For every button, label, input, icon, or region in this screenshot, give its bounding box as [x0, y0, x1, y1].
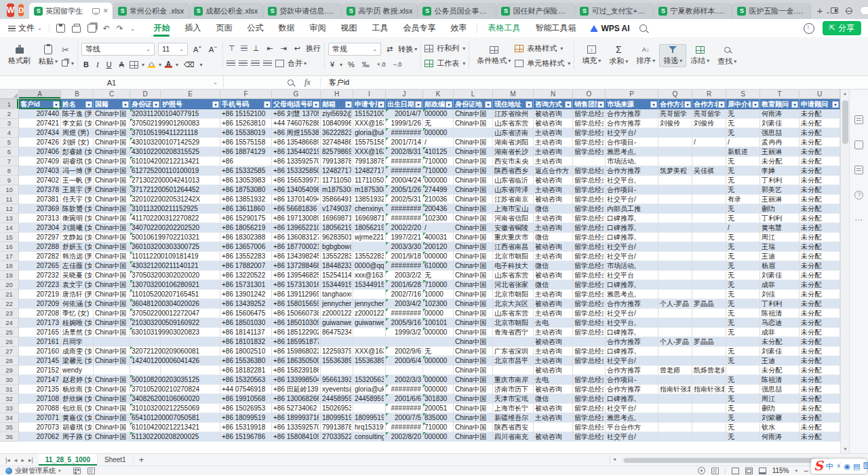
cell-G7[interactable]: +86 1335925706 [272, 157, 321, 166]
prev-sheet-icon[interactable]: ◂ [14, 457, 18, 463]
cell-G2[interactable]: +86 刘慧 137052 [272, 109, 321, 119]
cell-Q31[interactable]: 指南针张老 [658, 385, 692, 394]
header-cell-H1[interactable]: 邮箱▼ [321, 99, 353, 109]
cell-T11[interactable]: 王丽淋 [760, 195, 800, 204]
cell-P15[interactable]: 口碑推荐, [606, 233, 658, 242]
scroll-down-icon[interactable]: ▼ [843, 445, 848, 453]
column-header-I[interactable]: I [353, 90, 386, 99]
cell-style-button[interactable]: 单元格样式▾ [515, 58, 570, 69]
column-header-H[interactable]: H [321, 90, 353, 99]
cell-C7[interactable]: China中国 [94, 157, 130, 166]
cell-U24[interactable]: 未分配 [800, 318, 840, 328]
cell-C28[interactable]: China中国 [94, 356, 130, 366]
sheet-grid[interactable]: ABCDEFGHIJKLMNOPQRSTU1客户id▼姓名▼国籍▼身份证号▼护照… [0, 90, 840, 453]
cell-O19[interactable]: 留学总经办 [573, 271, 606, 280]
cell-S23[interactable]: 无 [726, 309, 760, 318]
horizontal-scroll-thumb[interactable] [624, 458, 816, 463]
cell-R33[interactable] [692, 404, 726, 413]
cell-M17[interactable]: 北京市朝阳 [493, 252, 534, 261]
menu-item[interactable]: 插入 [177, 19, 208, 37]
cell-H24[interactable]: guiwanwei [321, 318, 353, 328]
cell-O15[interactable]: 留学总经办 [573, 233, 606, 242]
wps-logo-icon[interactable]: W [7, 3, 14, 17]
filter-dropdown-icon[interactable]: ▼ [597, 101, 604, 108]
cell-U19[interactable]: 未分配 [800, 271, 840, 280]
cell-T14[interactable]: 黄韦慧 [760, 223, 800, 233]
cell-D8[interactable]: 612725200110100019 [130, 166, 161, 176]
menu-item[interactable]: 数据 [271, 19, 302, 37]
cell-S21[interactable]: 无 [726, 290, 760, 299]
cell-L23[interactable]: China中国 [454, 309, 493, 318]
cell-L30[interactable]: China中国 [454, 375, 493, 385]
cell-A2[interactable]: 207440 [19, 109, 61, 119]
cell-I36[interactable]: consulting [353, 432, 386, 442]
filter-dropdown-icon[interactable]: ▼ [446, 101, 452, 108]
cell-H18[interactable]: 1844823320 [321, 261, 353, 271]
cell-B24[interactable]: 桂婉唯 (女 [61, 318, 94, 328]
row-header-36[interactable]: 36 [0, 432, 19, 442]
cell-R36[interactable] [692, 432, 726, 442]
cell-A12[interactable]: 207369 [19, 204, 61, 214]
cell-D4[interactable]: 370105199411221118 [130, 128, 161, 138]
cell-L5[interactable]: China中国 [454, 138, 493, 147]
cell-U28[interactable]: 未分配 [800, 356, 840, 366]
cell-R4[interactable] [692, 128, 726, 138]
cell-U16[interactable]: 未分配 [800, 242, 840, 252]
borders-button[interactable] [130, 61, 138, 69]
cell-F28[interactable]: +86 15536380 [220, 356, 272, 366]
cell-B19[interactable]: 吴晓蔓 (女 [61, 271, 94, 280]
cell-I24[interactable]: guiwanwei [353, 318, 386, 328]
cell-T28[interactable]: 王迪 [760, 356, 800, 366]
header-cell-P1[interactable]: 市场来源▼ [606, 99, 658, 109]
column-header-B[interactable]: B [61, 90, 94, 99]
zoom-formula-icon[interactable] [288, 79, 294, 86]
cell-G23[interactable]: +86 1506607386 [272, 309, 321, 318]
cell-O11[interactable]: 留学总经办 [573, 195, 606, 204]
cell-K28[interactable]: 000000 [423, 356, 454, 366]
menu-item[interactable]: 会员专享 [395, 19, 443, 37]
cell-C22[interactable]: China中国 [94, 299, 130, 309]
cell-P27[interactable]: 口碑推荐, [606, 347, 658, 356]
cell-C32[interactable]: China中国 [94, 394, 130, 404]
cell-G15[interactable]: +86 1360831276 [272, 233, 321, 242]
cell-K13[interactable]: 102300 [423, 214, 454, 223]
cell-G8[interactable]: +86 1533258500 [272, 166, 321, 176]
cell-P6[interactable]: 雅思考点, [606, 147, 658, 157]
row-header-4[interactable]: 4 [0, 128, 19, 138]
fx-icon[interactable]: fx [304, 77, 311, 88]
cell-G25[interactable]: +86 1851229020 [272, 328, 321, 337]
cell-O18[interactable]: 留学总经办 [573, 261, 606, 271]
cell-B6[interactable]: 彭睿婧 (女 [61, 147, 94, 157]
cell-D32[interactable]: 340826200106060020 [130, 394, 161, 404]
cell-L29[interactable]: China中国 [454, 366, 493, 375]
cell-G21[interactable]: +86 1391129694 [272, 290, 321, 299]
merge-cells-icon[interactable] [275, 60, 284, 67]
cell-H33[interactable]: 150269534 [321, 404, 353, 413]
cell-O27[interactable]: 留学总经办 [573, 347, 606, 356]
cell-J14[interactable]: 2002/2/20 [386, 223, 423, 233]
ime-mic-icon[interactable]: ◉ [844, 462, 850, 470]
increase-indent-icon[interactable]: ⇥ [278, 44, 288, 53]
cell-O28[interactable]: 留学总经办 [573, 356, 606, 366]
cell-L9[interactable]: China中国 [454, 176, 493, 185]
align-top-icon[interactable]: ⊤ [226, 44, 237, 53]
cell-R30[interactable] [692, 375, 726, 385]
header-cell-G1[interactable]: 父母电话号码▼ [272, 99, 321, 109]
wps-ai-button[interactable]: WPS AI [590, 24, 629, 33]
cell-C23[interactable]: China中国 [94, 309, 130, 318]
search-icon[interactable] [639, 24, 647, 32]
align-right-icon[interactable] [251, 60, 260, 66]
cell-P3[interactable]: 合作方推荐 [606, 119, 658, 128]
cell-T9[interactable]: 丁利利 [760, 176, 800, 185]
cell-B8[interactable]: 冯一博 (男 [61, 166, 94, 176]
cell-L22[interactable]: China中国 [454, 299, 493, 309]
ime-keyboard-icon[interactable]: ⌨ [863, 462, 868, 470]
menu-item[interactable]: 智能工具箱 [528, 19, 583, 37]
filter-dropdown-icon[interactable]: ▼ [264, 101, 271, 108]
cell-B27[interactable]: 成雨雯 (女 [61, 347, 94, 356]
cell-D15[interactable]: 500106199702210321 [130, 233, 161, 242]
cell-C15[interactable]: China中国 [94, 233, 130, 242]
cell-Q15[interactable] [658, 233, 692, 242]
cell-A33[interactable]: 207088 [19, 404, 61, 413]
cell-K7[interactable]: 710000 [423, 157, 454, 166]
